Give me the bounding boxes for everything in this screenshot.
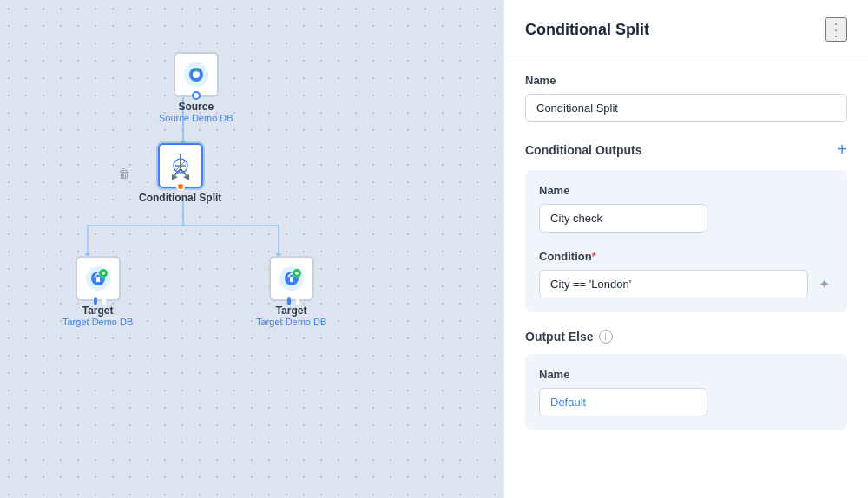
source-node-box[interactable] <box>174 52 219 97</box>
add-output-button[interactable]: + <box>837 140 847 160</box>
split-bottom-dot <box>176 182 185 191</box>
right-panel: Conditional Split ⋮ Name Conditional Out… <box>503 0 868 498</box>
svg-rect-25 <box>290 277 293 282</box>
target2-node-box[interactable] <box>269 256 314 301</box>
required-star: * <box>592 250 596 263</box>
source-node[interactable]: Source Source Demo DB <box>159 52 233 123</box>
target1-label: Target <box>82 305 114 317</box>
wand-button[interactable]: ✦ <box>815 272 833 296</box>
name-input[interactable] <box>525 94 847 122</box>
condition-input-row: ✦ <box>539 270 833 298</box>
conditional-outputs-section: Conditional Outputs + Name Condition* ✦ <box>525 140 847 312</box>
target1-right-dot <box>102 297 106 305</box>
target2-label: Target <box>276 305 307 317</box>
condition-input[interactable] <box>539 270 808 298</box>
connections-svg <box>0 0 503 498</box>
target1-node-box[interactable] <box>76 256 121 301</box>
source-icon <box>182 61 210 88</box>
output-else-title: Output Else <box>525 330 594 344</box>
section-header: Conditional Outputs + <box>525 140 847 160</box>
delete-icon[interactable]: 🗑 <box>118 167 130 180</box>
conditional-outputs-title: Conditional Outputs <box>525 143 642 157</box>
target2-sublabel: Target Demo DB <box>256 317 326 327</box>
target2-icon <box>278 265 306 292</box>
target1-left-dot <box>94 297 97 305</box>
split-label: Conditional Split <box>139 192 221 204</box>
target2-node[interactable]: Target Target Demo DB <box>256 256 326 327</box>
card-name-input[interactable] <box>539 204 707 233</box>
split-icon <box>165 150 196 181</box>
conditional-split-node[interactable]: 🗑 Conditional Split <box>139 143 221 204</box>
target2-left-dot <box>287 297 291 305</box>
split-node-box[interactable] <box>158 143 203 188</box>
panel-body: Name Conditional Outputs + Name Conditio… <box>504 56 868 498</box>
source-bottom-dot <box>192 91 201 100</box>
canvas: Source Source Demo DB 🗑 Conditional Spli… <box>0 0 503 498</box>
else-name-label: Name <box>539 368 833 381</box>
condition-label: Condition* <box>539 250 833 263</box>
target1-icon <box>84 265 112 292</box>
condition-label-text: Condition <box>539 250 592 263</box>
output-else-section: Output Else i Name <box>525 330 847 430</box>
source-sublabel: Source Demo DB <box>159 113 233 123</box>
more-menu-button[interactable]: ⋮ <box>825 17 847 42</box>
output-else-header: Output Else i <box>525 330 847 344</box>
svg-point-6 <box>193 71 200 78</box>
target1-node[interactable]: Target Target Demo DB <box>62 256 133 327</box>
info-icon[interactable]: i <box>599 330 613 344</box>
conditional-card: Name Condition* ✦ <box>525 170 847 312</box>
target2-right-dot <box>296 297 299 305</box>
condition-section: Condition* ✦ <box>539 250 833 298</box>
else-name-input[interactable] <box>539 388 707 416</box>
target1-sublabel: Target Demo DB <box>62 317 133 327</box>
svg-rect-19 <box>96 277 100 282</box>
else-card: Name <box>525 354 847 430</box>
card-name-section: Name <box>539 184 833 233</box>
source-label: Source <box>178 101 214 113</box>
panel-title: Conditional Split <box>525 21 649 39</box>
name-label: Name <box>525 74 847 87</box>
card-name-label: Name <box>539 184 833 197</box>
name-section: Name <box>525 74 847 122</box>
panel-header: Conditional Split ⋮ <box>504 0 868 56</box>
